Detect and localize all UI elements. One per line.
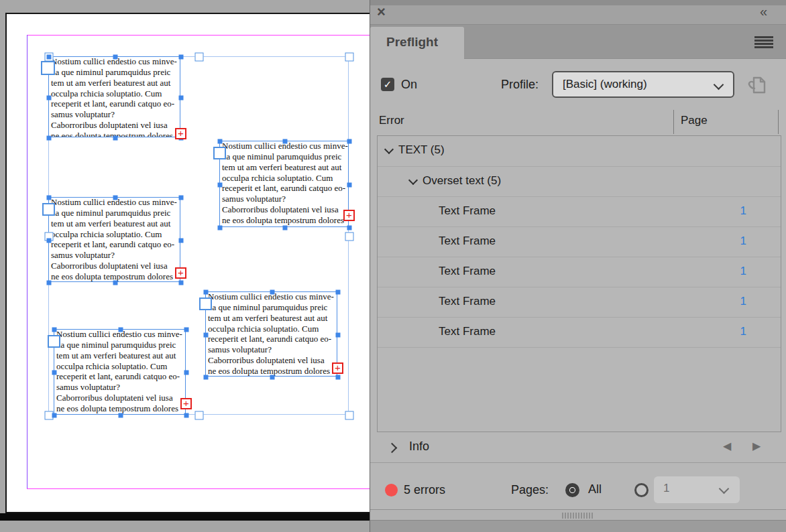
profile-dropdown[interactable]: [Basic] (working) [552, 71, 734, 98]
selection-handle[interactable] [282, 139, 287, 144]
overset-text-icon[interactable]: + [175, 267, 186, 279]
chevron-down-icon[interactable] [408, 176, 418, 185]
error-row-label: Text Frame [439, 265, 496, 278]
error-row-text-frame[interactable]: Text Frame 1 [378, 257, 781, 287]
text-frame[interactable]: Nostium cullici endestio cus minve-na qu… [219, 141, 349, 227]
selection-handle[interactable] [195, 411, 204, 420]
selection-handle[interactable] [336, 290, 341, 295]
panel-resize-bar[interactable] [370, 509, 786, 521]
selection-handle[interactable] [218, 182, 223, 187]
selection-handle[interactable] [47, 136, 52, 141]
selection-handle[interactable] [270, 375, 274, 380]
error-page-link[interactable]: 1 [726, 295, 746, 308]
error-row-label: Text Frame [439, 235, 496, 248]
selection-handle[interactable] [179, 281, 184, 285]
selection-handle[interactable] [113, 55, 117, 60]
selection-handle[interactable] [345, 411, 354, 420]
selection-handle[interactable] [184, 371, 189, 375]
selection-handle[interactable] [347, 226, 352, 230]
selection-handle[interactable] [184, 413, 189, 418]
selection-handle[interactable] [179, 55, 184, 60]
overset-text-icon[interactable]: + [343, 210, 355, 221]
error-row-text-frame[interactable]: Text Frame 1 [378, 287, 781, 318]
selection-handle[interactable] [204, 332, 209, 337]
selection-handle[interactable] [47, 281, 52, 285]
frame-text-line: receperit et lant, earundi catquo eo- [208, 334, 337, 344]
margin-guide-left [27, 35, 27, 488]
error-page-link[interactable]: 1 [726, 325, 746, 338]
error-row-text-frame[interactable]: Text Frame 1 [378, 197, 781, 227]
selection-handle[interactable] [47, 238, 52, 243]
text-inport[interactable] [41, 61, 55, 75]
selection-handle[interactable] [282, 226, 287, 230]
selection-handle[interactable] [179, 95, 184, 100]
profile-label: Profile: [501, 78, 539, 92]
selection-handle[interactable] [204, 290, 209, 295]
error-page-link[interactable]: 1 [726, 235, 746, 248]
text-inport[interactable] [48, 335, 60, 348]
chevron-right-icon[interactable] [387, 443, 398, 454]
frame-text-line: occulpa rchicia soluptatio. Cum [51, 88, 180, 99]
selection-handle[interactable] [347, 139, 352, 144]
text-frame[interactable]: Nostium cullici endestio cus minve-na qu… [48, 56, 180, 137]
info-section[interactable]: Info ◀ ▶ [370, 432, 786, 463]
embed-profile-icon[interactable] [745, 74, 768, 96]
overset-text-icon[interactable]: + [175, 128, 186, 139]
selection-handle[interactable] [347, 182, 352, 187]
error-page-link[interactable]: 1 [726, 204, 746, 218]
text-inport[interactable] [199, 297, 212, 310]
frame-text-line: Caborroribus doluptateni vel iusa [208, 355, 337, 366]
selection-handle[interactable] [47, 95, 52, 100]
selection-handle[interactable] [184, 328, 189, 332]
selection-handle[interactable] [179, 238, 184, 243]
overset-text-icon[interactable]: + [180, 398, 192, 409]
selection-handle[interactable] [52, 413, 57, 418]
selection-handle[interactable] [52, 328, 57, 332]
selection-handle[interactable] [336, 332, 341, 337]
selection-handle[interactable] [118, 413, 123, 418]
selection-handle[interactable] [195, 53, 204, 62]
selection-handle[interactable] [336, 375, 341, 380]
selection-handle[interactable] [218, 139, 223, 144]
selection-handle[interactable] [345, 53, 354, 62]
frame-text-line: samus voluptatur? [56, 382, 185, 393]
tab-preflight[interactable]: Preflight [370, 27, 464, 59]
text-frame[interactable]: Nostium cullici endestio cus minve-na qu… [48, 197, 180, 282]
selection-handle[interactable] [179, 196, 184, 200]
selection-handle[interactable] [113, 196, 117, 200]
text-inport[interactable] [42, 203, 55, 216]
chevron-down-icon[interactable] [384, 145, 394, 154]
page-range-dropdown[interactable]: 1 [654, 476, 740, 503]
error-row-text-frame[interactable]: Text Frame 1 [378, 318, 781, 348]
selection-handle[interactable] [47, 55, 52, 60]
selection-handle[interactable] [204, 375, 209, 380]
close-icon[interactable]: × [377, 3, 386, 21]
resize-gripper[interactable] [562, 513, 593, 519]
selection-handle[interactable] [113, 281, 117, 285]
frame-text-line: na que niminul parumquidus preic [51, 208, 180, 218]
collapse-panel-icon[interactable]: « [760, 4, 766, 19]
selection-handle[interactable] [52, 371, 57, 375]
text-frame[interactable]: Nostium cullici endestio cus minve-na qu… [205, 291, 337, 377]
preflight-on-checkbox[interactable]: ✓ [381, 78, 394, 91]
error-column-header: Error [379, 114, 404, 127]
previous-arrow-icon[interactable]: ◀ [723, 440, 731, 452]
text-inport[interactable] [213, 147, 226, 159]
selection-handle[interactable] [270, 290, 274, 295]
panel-menu-icon[interactable] [754, 36, 773, 48]
error-row-text-frame[interactable]: Text Frame 1 [378, 227, 781, 257]
error-group-text[interactable]: TEXT (5) [378, 136, 781, 167]
error-subgroup-overset[interactable]: Overset text (5) [378, 167, 781, 197]
selection-handle[interactable] [118, 328, 123, 332]
pages-all-radio[interactable] [565, 483, 579, 497]
overset-text-icon[interactable]: + [332, 362, 343, 374]
error-page-link[interactable]: 1 [726, 265, 746, 278]
pages-range-radio[interactable] [634, 483, 649, 497]
next-arrow-icon[interactable]: ▶ [752, 440, 761, 452]
selection-handle[interactable] [47, 196, 52, 200]
selection-handle[interactable] [345, 232, 354, 241]
text-frame[interactable]: Nostium cullici endestio cus minve-na qu… [54, 329, 186, 415]
selection-handle[interactable] [218, 226, 223, 230]
all-label: All [588, 482, 602, 496]
selection-handle[interactable] [113, 136, 117, 141]
